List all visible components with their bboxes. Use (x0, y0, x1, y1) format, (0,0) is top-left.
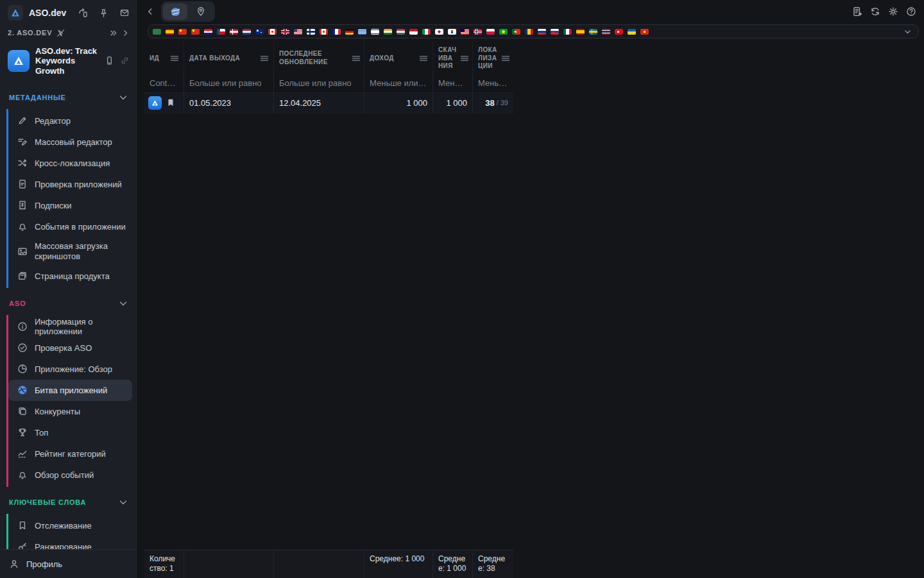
current-app-item[interactable]: ASO.dev: Track Keywords Growth (0, 41, 137, 81)
section-header-aso[interactable]: ASO (0, 292, 137, 314)
cell-last_update: 12.04.2025 (274, 93, 364, 113)
sidebar-menu: МЕТАДАННЫЕРедакторМассовый редакторКросс… (0, 81, 137, 549)
column-menu-icon[interactable] (501, 53, 509, 64)
workspace-row[interactable]: 2. ASO.DEV (0, 24, 137, 41)
column-header-localizations[interactable]: ЛОКАЛИЗАЦИИ (473, 41, 513, 74)
column-header-last_update[interactable]: ПОСЛЕДНЕЕ ОБНОВЛЕНИЕ (274, 41, 364, 74)
refresh-icon[interactable] (870, 6, 880, 17)
column-header-downloads[interactable]: СКАЧИВАНИЯ (433, 41, 473, 74)
export-report-icon[interactable] (852, 6, 862, 17)
section-header-keywords[interactable]: КЛЮЧЕВЫЕ СЛОВА (0, 491, 137, 513)
sidebar-item-label: Топ (35, 428, 48, 438)
column-label: ПОСЛЕДНЕЕ ОБНОВЛЕНИЕ (279, 50, 348, 66)
flag-gb (281, 29, 289, 35)
sidebar-item[interactable]: Рейтинг категорий (8, 443, 132, 464)
sidebar-item[interactable]: Кросс-локализация (8, 153, 132, 174)
topbar (138, 0, 924, 23)
flag-dk (230, 29, 238, 35)
app-item-title: ASO.dev: Track Keywords Growth (35, 46, 99, 76)
pencil-icon (17, 115, 28, 126)
column-header-revenue[interactable]: ДОХОД (364, 41, 433, 74)
column-label: ЛОКАЛИЗАЦИИ (478, 46, 498, 71)
filter-input-localizations[interactable]: Меньше или равно (473, 74, 513, 92)
column-menu-icon[interactable] (459, 53, 468, 64)
settings-gear-icon[interactable] (888, 6, 898, 17)
flag-it (422, 29, 431, 35)
app-icon (148, 96, 162, 110)
table-body: 01.05.202312.04.20251 0001 00038/ 39 (144, 92, 513, 114)
flag-strip (153, 29, 903, 35)
sidebar-item[interactable]: Конкуренты (8, 401, 132, 422)
sidebar-item-label: Проверка ASO (35, 343, 92, 353)
flag-kr (448, 29, 456, 35)
flag-de (345, 29, 354, 35)
cell-localizations: 38/ 39 (473, 93, 513, 113)
double-chevron-right-icon[interactable] (109, 29, 117, 37)
section-header-metadata[interactable]: МЕТАДАННЫЕ (0, 86, 137, 108)
column-menu-icon[interactable] (259, 53, 270, 64)
sidebar-item[interactable]: Массовая загрузка скриншотов (8, 237, 132, 266)
top-icon (17, 427, 28, 438)
flag-us (294, 29, 302, 35)
main-area: ИДДАТА ВЫХОДАПОСЛЕДНЕЕ ОБНОВЛЕНИЕДОХОДСК… (138, 0, 924, 578)
sidebar-item[interactable]: Редактор (8, 110, 132, 132)
filter-input-release_date[interactable]: Больше или равно (184, 74, 274, 92)
column-label: ДОХОД (370, 55, 394, 63)
column-label: СКАЧИВАНИЯ (438, 46, 457, 71)
sidebar-item-label: Кросс-локализация (35, 158, 110, 168)
column-menu-icon[interactable] (351, 53, 360, 64)
table-row[interactable]: 01.05.202312.04.20251 0001 00038/ 39 (144, 92, 513, 114)
sidebar-item[interactable]: Топ (8, 422, 132, 443)
sidebar-item[interactable]: События в приложении (8, 216, 132, 237)
sidebar-item[interactable]: Приложение: Обзор (8, 359, 132, 380)
sidebar-item[interactable]: Информация о приложении (8, 316, 132, 337)
back-chevron-icon[interactable] (146, 7, 155, 16)
table-filter-row: ContainsБольше или равноБольше или равно… (144, 74, 513, 92)
flag-il (371, 29, 379, 35)
filter-input-revenue[interactable]: Меньше или равно (364, 74, 433, 92)
localizations-total: / 39 (497, 99, 508, 106)
sidebar-item[interactable]: Проверка ASO (8, 337, 132, 359)
profile-button[interactable]: Профиль (9, 556, 128, 569)
countries-tab[interactable] (189, 3, 213, 20)
summary-id: Количество: 1 (144, 550, 184, 578)
link-icon[interactable] (120, 56, 130, 65)
sidebar-item[interactable]: Отслеживание (8, 515, 132, 536)
sidebar-item[interactable]: Массовый редактор (8, 132, 132, 153)
help-icon[interactable] (906, 6, 916, 17)
column-menu-icon[interactable] (418, 53, 429, 64)
flag-cz (217, 29, 225, 35)
flag-ua (628, 29, 636, 35)
sidebar-item[interactable]: Проверка приложений (8, 174, 132, 195)
flag-pt (512, 29, 520, 35)
sidebar-item-label: Конкуренты (35, 407, 80, 416)
category-ranking-icon (17, 448, 28, 459)
sidebar-item[interactable]: Ранжирование (8, 536, 132, 549)
localization-select[interactable] (148, 24, 919, 38)
bookmark-icon[interactable] (166, 98, 175, 107)
subscriptions-icon (17, 200, 28, 210)
pin-icon[interactable] (99, 8, 108, 18)
sidebar-footer: Профиль (0, 549, 137, 578)
sidebar-item-label: Битва приложений (35, 386, 107, 395)
chevron-right-icon[interactable] (121, 29, 130, 37)
table-summary-row: Количество: 1Среднее: 1 000Среднее: 1 00… (144, 550, 513, 578)
chevron-down-icon (118, 92, 128, 103)
filter-input-downloads[interactable]: Меньше или равно (433, 74, 473, 92)
column-header-id[interactable]: ИД (144, 41, 184, 74)
mail-icon[interactable] (119, 8, 130, 18)
sidebar-item-label: Массовая загрузка скриншотов (35, 241, 118, 261)
sidebar-item[interactable]: Подписки (8, 195, 132, 216)
filter-input-id[interactable]: Contains (144, 74, 184, 92)
column-menu-icon[interactable] (169, 53, 180, 64)
world-tab[interactable] (163, 3, 187, 20)
phone-icon[interactable] (105, 56, 114, 65)
sidebar-item[interactable]: Битва приложений (8, 380, 132, 401)
column-header-release_date[interactable]: ДАТА ВЫХОДА (184, 41, 274, 74)
flag-gr (358, 29, 366, 35)
filter-input-last_update[interactable]: Больше или равно (274, 74, 364, 92)
device-sync-icon[interactable] (78, 8, 88, 18)
sidebar-item[interactable]: Страница продукта (8, 266, 132, 287)
sidebar-item[interactable]: Обзор событий (8, 464, 132, 486)
summary-downloads: Среднее: 1 000 (433, 550, 473, 578)
